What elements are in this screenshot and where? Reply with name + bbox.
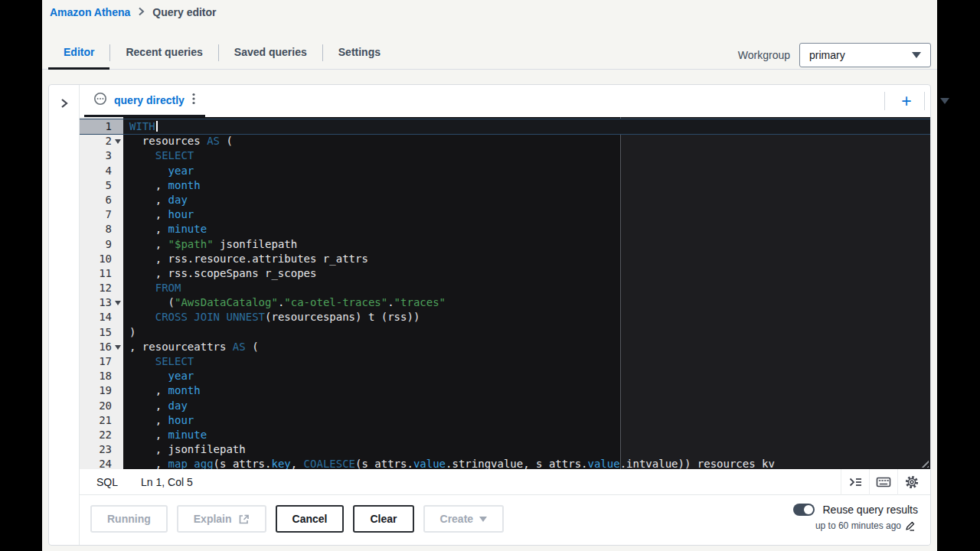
cancel-button-label: Cancel	[292, 513, 328, 525]
editor-line[interactable]: 11 , rss.scopeSpans r_scopes	[80, 266, 930, 281]
editor-line[interactable]: 4 year	[80, 164, 930, 178]
code-text: , map_agg(s_attrs.key, COALESCE(s_attrs.…	[123, 457, 930, 469]
query-tab[interactable]: query directly	[84, 85, 205, 117]
code-text: FROM	[123, 281, 930, 295]
editor-settings-button[interactable]	[897, 469, 926, 495]
line-number: 21	[80, 413, 123, 428]
line-number: 4	[80, 164, 123, 178]
line-number: 2	[80, 134, 123, 148]
line-number: 8	[80, 222, 123, 236]
line-number: 6	[80, 193, 123, 207]
line-number: 20	[80, 399, 123, 413]
code-text: , day	[123, 399, 930, 413]
editor-line[interactable]: 16, resourceattrs AS (	[80, 340, 930, 354]
sql-code-editor[interactable]: 1WITH2 resources AS (3 SELECT4 year5 , m…	[80, 117, 930, 469]
tab-list-dropdown-button[interactable]	[932, 89, 958, 113]
tab-bar-divider	[884, 92, 885, 110]
editor-line[interactable]: 3 SELECT	[80, 148, 930, 163]
editor-line[interactable]: 22 , minute	[80, 428, 930, 442]
editor-line[interactable]: 1WITH	[80, 119, 930, 134]
query-editor-panel: query directly + 1WITH2 resources AS (3 …	[48, 84, 931, 546]
code-text: , rss.scopeSpans r_scopes	[123, 266, 930, 281]
clear-button[interactable]: Clear	[353, 505, 413, 533]
editor-line[interactable]: 17 SELECT	[80, 354, 930, 369]
line-number: 14	[80, 310, 123, 324]
tab-recent-queries[interactable]: Recent queries	[110, 36, 217, 70]
explain-button: Explain	[177, 505, 266, 533]
line-number: 11	[80, 266, 123, 281]
toggle-knob	[804, 505, 813, 514]
fold-arrow-icon[interactable]	[115, 301, 121, 305]
format-query-button[interactable]	[841, 469, 869, 495]
expand-panel-button[interactable]	[56, 95, 73, 112]
tab-editor[interactable]: Editor	[48, 36, 109, 70]
editor-line[interactable]: 21 , hour	[80, 413, 930, 428]
line-number: 22	[80, 428, 123, 442]
editor-line[interactable]: 20 , day	[80, 399, 930, 413]
code-text: , resourceattrs AS (	[123, 340, 930, 354]
tab-bar-divider	[924, 92, 925, 110]
line-number: 15	[80, 325, 123, 340]
line-number: 24	[80, 457, 123, 469]
line-number: 17	[80, 354, 123, 369]
running-button: Running	[90, 505, 168, 533]
code-text: year	[123, 369, 930, 383]
language-indicator: SQL	[96, 476, 118, 488]
editor-line[interactable]: 24 , map_agg(s_attrs.key, COALESCE(s_att…	[80, 457, 930, 469]
editor-line[interactable]: 18 year	[80, 369, 930, 383]
tab-settings[interactable]: Settings	[323, 36, 396, 70]
editor-line[interactable]: 9 , "$path" jsonfilepath	[80, 237, 930, 252]
new-query-tab-button[interactable]: +	[893, 89, 920, 113]
code-text: SELECT	[123, 148, 930, 163]
code-text: , minute	[123, 222, 930, 236]
line-number: 23	[80, 442, 123, 457]
editor-line[interactable]: 13 ("AwsDataCatalog"."ca-otel-traces"."t…	[80, 295, 930, 310]
breadcrumb-athena-link[interactable]: Amazon Athena	[50, 6, 130, 18]
chevron-down-icon	[479, 517, 487, 522]
editor-line[interactable]: 15)	[80, 325, 930, 340]
line-number: 5	[80, 178, 123, 193]
code-text: year	[123, 164, 930, 178]
editor-line[interactable]: 5 , month	[80, 178, 930, 193]
code-text: , jsonfilepath	[123, 442, 930, 457]
editor-line[interactable]: 10 , rss.resource.attributes r_attrs	[80, 252, 930, 266]
workgroup-label: Workgroup	[738, 49, 790, 61]
edit-pencil-icon[interactable]	[905, 521, 915, 531]
editor-line[interactable]: 6 , day	[80, 193, 930, 207]
code-text: , month	[123, 383, 930, 398]
reuse-results-toggle[interactable]	[793, 504, 815, 516]
action-buttons: Running Explain Cancel Clear Create	[90, 505, 504, 533]
query-actions-footer: Running Explain Cancel Clear Create	[80, 495, 930, 545]
code-text: ("AwsDataCatalog"."ca-otel-traces"."trac…	[123, 295, 930, 310]
kebab-menu-icon[interactable]	[191, 92, 196, 109]
nav-tab-bar: Editor Recent queries Saved queries Sett…	[42, 36, 937, 70]
code-text: , hour	[123, 207, 930, 222]
line-number: 16	[80, 340, 123, 354]
reuse-query-results-control: Reuse query results up to 60 minutes ago	[793, 504, 918, 531]
keyboard-shortcuts-button[interactable]	[869, 469, 897, 495]
workgroup-select[interactable]: primary	[799, 43, 931, 67]
editor-line[interactable]: 2 resources AS (	[80, 134, 930, 148]
line-number: 7	[80, 207, 123, 222]
editor-line[interactable]: 14 CROSS JOIN UNNEST(resourcespans) t (r…	[80, 310, 930, 324]
editor-line[interactable]: 8 , minute	[80, 222, 930, 236]
editor-line[interactable]: 12 FROM	[80, 281, 930, 295]
chevron-right-icon	[59, 97, 70, 109]
tab-saved-queries[interactable]: Saved queries	[219, 36, 322, 70]
code-text: resources AS (	[123, 134, 930, 148]
cancel-button[interactable]: Cancel	[276, 505, 345, 533]
line-number: 10	[80, 252, 123, 266]
code-text: , day	[123, 193, 930, 207]
editor-line[interactable]: 23 , jsonfilepath	[80, 442, 930, 457]
cursor-position-indicator: Ln 1, Col 5	[141, 476, 193, 488]
editor-line[interactable]: 7 , hour	[80, 207, 930, 222]
line-number: 9	[80, 237, 123, 252]
fold-arrow-icon[interactable]	[115, 345, 121, 350]
chevron-down-icon	[940, 98, 949, 104]
nav-tabs: Editor Recent queries Saved queries Sett…	[48, 36, 396, 70]
editor-line[interactable]: 19 , month	[80, 383, 930, 398]
fold-arrow-icon[interactable]	[115, 139, 121, 144]
format-indent-icon	[848, 475, 863, 489]
code-text: , month	[123, 178, 930, 193]
external-link-icon	[238, 514, 250, 525]
